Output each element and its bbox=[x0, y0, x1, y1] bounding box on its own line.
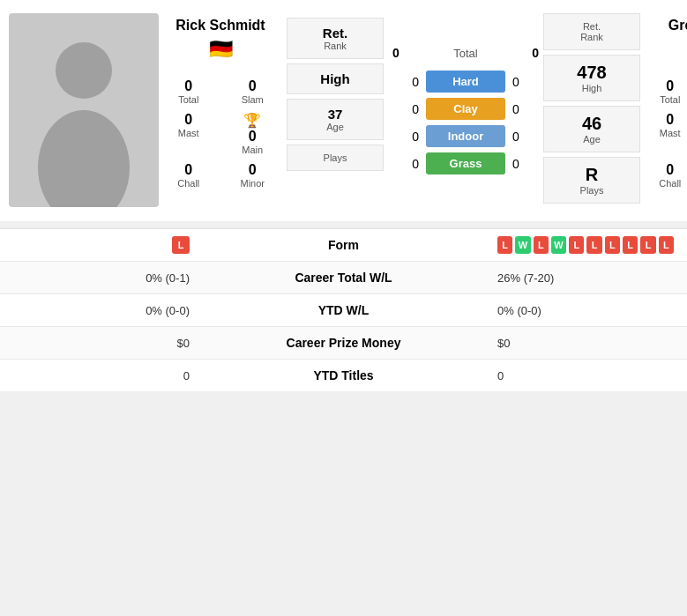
right-form-badge-6: L bbox=[605, 236, 620, 254]
surface-right-score-0: 0 bbox=[512, 75, 539, 89]
surface-row-indoor: 0 Indoor 0 bbox=[392, 125, 539, 147]
right-form-badge-1: W bbox=[515, 236, 530, 254]
right-form-badge-0: L bbox=[497, 236, 512, 254]
surface-rows: 0 Hard 0 0 Clay 0 0 Indoor 0 0 Grass 0 bbox=[392, 71, 539, 180]
left-total-value: 0 bbox=[184, 78, 192, 94]
left-slam-label: Slam bbox=[242, 94, 264, 105]
left-stats-grid: 0 Total 0 Slam 0 Mast 🏆 0 Main 0 bbox=[163, 78, 278, 189]
comparison-center-1: YTD W/L bbox=[190, 303, 497, 317]
right-player-info: Gregg Hill 🇺🇸 0 Total 0 Slam 0 Mast 🏆 0 bbox=[645, 13, 687, 208]
left-mast-stat: 0 Mast bbox=[163, 112, 214, 155]
left-high-value: High bbox=[295, 71, 376, 86]
right-stats-grid: 0 Total 0 Slam 0 Mast 🏆 0 Main 0 bbox=[645, 78, 687, 189]
left-chall-value: 0 bbox=[184, 162, 192, 178]
right-rank-label: Rank bbox=[551, 32, 632, 42]
comparison-row-3: 0 YTD Titles 0 bbox=[0, 359, 687, 391]
right-plays-box: R Plays bbox=[543, 157, 640, 204]
left-slam-stat: 0 Slam bbox=[228, 78, 279, 105]
right-player-name: Gregg Hill bbox=[668, 18, 687, 33]
form-section: L Form LWLWLLLLLL bbox=[0, 228, 687, 261]
right-high-label: High bbox=[551, 83, 632, 93]
left-chall-label: Chall bbox=[177, 178, 199, 189]
comparison-right-3: 0 bbox=[497, 369, 674, 382]
total-label: Total bbox=[400, 47, 532, 60]
right-total-value: 0 bbox=[666, 78, 674, 94]
surface-btn-indoor[interactable]: Indoor bbox=[426, 125, 505, 147]
right-age-label: Age bbox=[551, 134, 632, 145]
surface-btn-grass[interactable]: Grass bbox=[426, 152, 505, 174]
right-form-badge-7: L bbox=[623, 236, 638, 254]
left-mast-label: Mast bbox=[178, 128, 199, 138]
surface-left-score-0: 0 bbox=[392, 75, 419, 89]
comparison-row-2: $0 Career Prize Money $0 bbox=[0, 326, 687, 359]
form-center-label: Form bbox=[190, 238, 497, 252]
comparison-right-1: 0% (0-0) bbox=[497, 304, 674, 317]
left-minor-stat: 0 Minor bbox=[228, 162, 279, 189]
right-rank-value: Ret. bbox=[551, 21, 632, 32]
right-form-badge-5: L bbox=[586, 236, 601, 254]
surface-right-score-1: 0 bbox=[512, 102, 539, 116]
left-rank-box: Ret. Rank bbox=[287, 18, 384, 59]
left-age-value: 37 bbox=[295, 107, 376, 122]
right-rank-section: Ret. Rank 478 High 46 Age R Plays bbox=[543, 13, 640, 208]
right-total-score: 0 bbox=[532, 46, 539, 60]
right-form-badge-3: W bbox=[551, 236, 566, 254]
comparison-left-3: 0 bbox=[13, 369, 190, 382]
surface-btn-clay[interactable]: Clay bbox=[426, 98, 505, 120]
svg-point-1 bbox=[38, 110, 130, 207]
surface-row-hard: 0 Hard 0 bbox=[392, 71, 539, 93]
right-chall-label: Chall bbox=[659, 178, 681, 189]
surface-left-score-3: 0 bbox=[392, 157, 419, 171]
left-age-label: Age bbox=[295, 122, 376, 132]
right-chall-stat: 0 Chall bbox=[645, 162, 687, 189]
left-mast-value: 0 bbox=[184, 112, 192, 128]
left-player-info: Rick Schmidt 🇩🇪 0 Total 0 Slam 0 Mast 🏆 … bbox=[163, 13, 278, 208]
players-section: Rick Schmidt 🇩🇪 0 Total 0 Slam 0 Mast 🏆 … bbox=[0, 0, 687, 221]
comparison-row-0: 0% (0-1) Career Total W/L 26% (7-20) bbox=[0, 261, 687, 293]
left-form-badge-0: L bbox=[172, 236, 190, 254]
form-left: L bbox=[13, 236, 190, 254]
left-plays-box: Plays bbox=[287, 145, 384, 171]
left-total-score: 0 bbox=[392, 46, 400, 60]
right-total-label: Total bbox=[660, 94, 680, 105]
comparison-left-2: $0 bbox=[13, 337, 190, 350]
left-plays-value: Plays bbox=[295, 152, 376, 163]
right-plays-label: Plays bbox=[551, 185, 632, 196]
stats-rows: 0% (0-1) Career Total W/L 26% (7-20) 0% … bbox=[0, 261, 687, 391]
right-plays-value: R bbox=[551, 165, 632, 185]
left-form-badges: L bbox=[172, 236, 190, 254]
comparison-row-1: 0% (0-0) YTD W/L 0% (0-0) bbox=[0, 293, 687, 326]
comparison-left-1: 0% (0-0) bbox=[13, 304, 190, 317]
surface-left-score-1: 0 bbox=[392, 102, 419, 116]
surface-left-score-2: 0 bbox=[392, 130, 419, 144]
right-high-value: 478 bbox=[551, 63, 632, 83]
right-rank-box: Ret. Rank bbox=[543, 13, 640, 50]
left-player-flag: 🇩🇪 bbox=[209, 38, 233, 61]
right-mast-label: Mast bbox=[660, 128, 681, 138]
right-form-badge-2: L bbox=[534, 236, 549, 254]
comparison-right-2: $0 bbox=[497, 337, 674, 350]
right-form-badges: LWLWLLLLLL bbox=[497, 236, 674, 254]
surfaces-section: 0 Total 0 0 Hard 0 0 Clay 0 0 Indoor 0 0… bbox=[392, 13, 539, 208]
surface-row-clay: 0 Clay 0 bbox=[392, 98, 539, 120]
surface-row-grass: 0 Grass 0 bbox=[392, 152, 539, 174]
total-row: 0 Total 0 bbox=[392, 46, 539, 60]
left-minor-label: Minor bbox=[240, 178, 265, 189]
comparison-left-0: 0% (0-1) bbox=[13, 271, 190, 285]
left-middle-stats: Ret. Rank High 37 Age Plays bbox=[282, 13, 388, 208]
main-container: Rick Schmidt 🇩🇪 0 Total 0 Slam 0 Mast 🏆 … bbox=[0, 0, 687, 391]
right-form-badge-9: L bbox=[659, 236, 674, 254]
surface-btn-hard[interactable]: Hard bbox=[426, 71, 505, 93]
left-player-photo bbox=[9, 13, 159, 207]
left-total-label: Total bbox=[178, 94, 198, 105]
comparison-center-3: YTD Titles bbox=[190, 368, 497, 382]
right-high-box: 478 High bbox=[543, 55, 640, 101]
comparison-center-0: Career Total W/L bbox=[190, 271, 497, 285]
left-player-name: Rick Schmidt bbox=[175, 18, 265, 33]
left-rank-label: Rank bbox=[295, 41, 376, 51]
comparison-center-2: Career Prize Money bbox=[190, 336, 497, 350]
left-age-box: 37 Age bbox=[287, 99, 384, 140]
left-slam-value: 0 bbox=[249, 78, 257, 94]
surface-right-score-2: 0 bbox=[512, 130, 539, 144]
comparison-right-0: 26% (7-20) bbox=[497, 271, 674, 285]
